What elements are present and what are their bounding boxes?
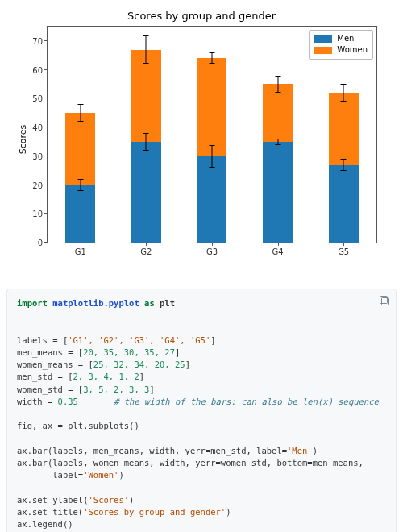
swatch-men <box>314 35 332 43</box>
bar-G5 <box>329 93 359 243</box>
legend-label-men: Men <box>337 33 354 44</box>
bar-men <box>329 165 359 243</box>
errorbar-men <box>277 139 278 144</box>
errorbar-men <box>80 179 81 190</box>
legend: Men Women <box>309 30 373 60</box>
bar-men <box>65 185 95 243</box>
bar-women <box>65 113 95 185</box>
errorbar-women <box>277 76 278 93</box>
y-tick-label: 70 <box>32 36 48 45</box>
bar-men <box>263 142 293 243</box>
errorbar-women <box>146 35 147 64</box>
plot-area: Men Women 010203040506070G1G2G3G4G5 <box>47 26 377 243</box>
svg-rect-1 <box>380 297 388 304</box>
chart-figure: Scores by group and gender Scores Men Wo… <box>6 6 397 272</box>
legend-item-women: Women <box>314 44 368 56</box>
errorbar-men <box>343 159 344 170</box>
copy-icon[interactable] <box>378 294 391 307</box>
code-block: import matplotlib.pyplot as plt labels =… <box>6 289 397 532</box>
swatch-women <box>314 47 332 54</box>
y-tick-label: 50 <box>32 94 48 103</box>
errorbar-women <box>211 52 212 64</box>
y-axis-label: Scores <box>18 125 28 155</box>
y-tick-label: 30 <box>32 152 48 160</box>
bar-men <box>131 142 161 243</box>
bar-G2 <box>131 50 161 243</box>
y-tick-label: 60 <box>32 65 48 74</box>
bar-G1 <box>65 113 95 243</box>
bar-women <box>263 84 293 141</box>
svg-rect-0 <box>382 298 389 305</box>
y-tick-label: 40 <box>32 123 48 132</box>
legend-label-women: Women <box>337 44 368 56</box>
y-tick-label: 0 <box>38 239 48 247</box>
bar-women <box>197 58 227 156</box>
legend-item-men: Men <box>314 33 368 44</box>
errorbar-women <box>343 84 344 101</box>
y-tick-label: 10 <box>32 210 48 218</box>
bar-G4 <box>263 84 293 243</box>
bar-men <box>197 156 227 243</box>
y-tick-label: 20 <box>32 181 48 189</box>
chart-title: Scores by group and gender <box>6 10 397 22</box>
bar-G3 <box>197 58 227 243</box>
errorbar-men <box>146 133 147 150</box>
code-text: import matplotlib.pyplot as plt labels =… <box>17 297 386 532</box>
errorbar-women <box>80 104 81 121</box>
errorbar-men <box>211 145 212 168</box>
bar-women <box>329 93 359 164</box>
